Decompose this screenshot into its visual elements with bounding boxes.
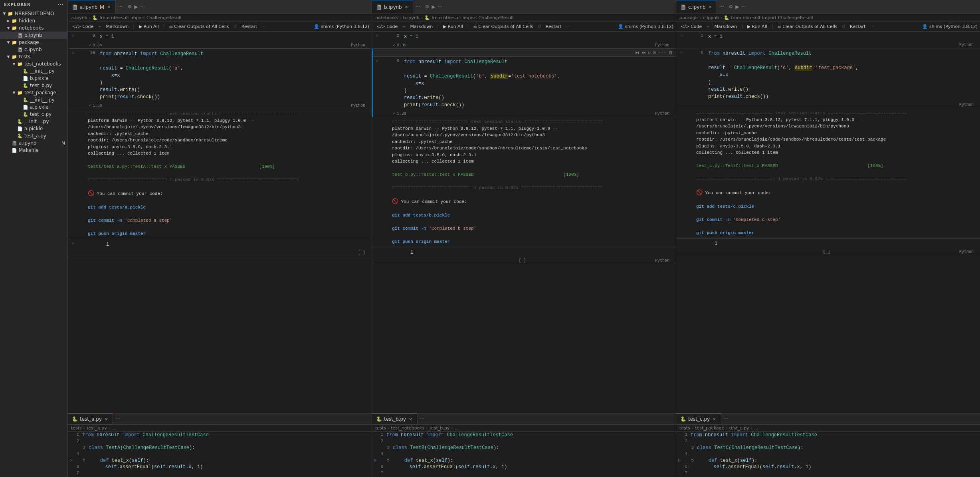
run-all-button[interactable]: ▶ Run All xyxy=(745,23,769,30)
sidebar-item-tests[interactable]: ▼ 📁 tests xyxy=(0,53,67,60)
sidebar-item-test-b-py[interactable]: 🐍 test_b.py xyxy=(0,82,67,89)
cell-toolbar-btn[interactable]: ▷ xyxy=(647,50,652,56)
code-button[interactable]: </> Code xyxy=(679,23,704,30)
settings-icon[interactable]: ⚙ xyxy=(729,4,733,10)
exec-indicator[interactable]: ▷ xyxy=(373,57,382,63)
cell-toolbar-btn[interactable]: ··· xyxy=(657,50,667,56)
settings-icon[interactable]: ⚙ xyxy=(127,4,132,10)
exec-indicator[interactable] xyxy=(373,247,382,249)
exec-indicator[interactable]: ▷ xyxy=(677,32,687,38)
tab-overflow-button[interactable]: ··· xyxy=(717,4,726,10)
cell-toolbar-btn[interactable]: ⏮ xyxy=(634,50,640,56)
code-line: 2 xyxy=(372,438,676,445)
tab-a-ipynb[interactable]: 📓 a.ipynb M ✕ xyxy=(68,0,116,14)
code-button[interactable]: </> Code xyxy=(374,23,400,30)
more-icon[interactable]: ··· xyxy=(58,2,63,7)
bottom-tab-test-b[interactable]: 🐍 test_b.py ✕ xyxy=(372,413,418,424)
exec-indicator[interactable] xyxy=(677,238,687,240)
sidebar-item-notebooks[interactable]: ▼ 📁 notebooks xyxy=(0,24,67,32)
run-cell-button[interactable]: ▷ xyxy=(681,50,683,55)
markdown-button[interactable]: Markdown xyxy=(408,23,435,30)
more-icon[interactable]: ··· xyxy=(140,4,145,10)
run-cell-button[interactable]: ▷ xyxy=(72,33,75,38)
bottom-tab-test-a[interactable]: 🐍 test_a.py ✕ xyxy=(68,413,113,424)
bottom-tab-test-c[interactable]: 🐍 test_c.py ✕ xyxy=(676,413,721,424)
restart-button[interactable]: Restart xyxy=(848,23,868,30)
tab-b-ipynb[interactable]: 📓 b.ipynb ✕ xyxy=(372,0,413,14)
run-cell-button[interactable]: ▷ xyxy=(72,50,75,55)
sidebar-item-init3[interactable]: 🐍 __init__.py xyxy=(0,118,67,125)
run-icon[interactable]: ▶ xyxy=(735,4,739,10)
tab-overflow-button[interactable]: ··· xyxy=(413,4,422,10)
cell-code[interactable]: x = 1 xyxy=(402,32,676,42)
cell-code[interactable]: 1 xyxy=(402,247,676,258)
cell-code[interactable]: x = 1 xyxy=(98,32,372,42)
clear-outputs-button[interactable]: ☰ Clear Outputs of All Cells xyxy=(471,23,535,30)
sidebar-item-init1[interactable]: 🐍 __init__.py xyxy=(0,68,67,75)
run-all-button[interactable]: ▶ Run All xyxy=(441,23,465,30)
markdown-button[interactable]: Markdown xyxy=(713,23,739,30)
exec-indicator[interactable]: ▷ xyxy=(373,32,382,38)
sidebar-item-test-notebooks[interactable]: ▼ 📁 test_notebooks xyxy=(0,60,67,68)
sidebar-item-hidden[interactable]: ▶ 📁 hidden xyxy=(0,17,67,24)
tab-c-ipynb[interactable]: 📓 c.ipynb ✕ xyxy=(676,0,717,14)
sidebar-item-a-pickle2[interactable]: 📄 a.pickle xyxy=(0,125,67,132)
run-icon[interactable]: ▶ xyxy=(432,4,435,10)
run-cell-button[interactable]: ▷ xyxy=(376,58,379,63)
exec-indicator[interactable]: ▷ xyxy=(677,48,687,55)
settings-icon[interactable]: ⚙ xyxy=(425,4,430,10)
sidebar-item-package[interactable]: ▼ 📁 package xyxy=(0,39,67,46)
more-icon[interactable]: ··· xyxy=(742,4,746,10)
cell-code[interactable]: from nbresult import ChallengeResult res… xyxy=(98,49,372,102)
tab-close-button[interactable]: ✕ xyxy=(712,417,717,422)
sidebar-item-test-package[interactable]: ▼ 📁 test_package xyxy=(0,89,67,96)
tab-overflow-button[interactable]: ··· xyxy=(721,416,731,422)
run-icon[interactable]: ▶ xyxy=(134,4,138,10)
markdown-button[interactable]: Markdown xyxy=(104,23,131,30)
tab-close-button[interactable]: ✕ xyxy=(708,4,713,10)
sidebar-item-a-pickle[interactable]: 📄 a.pickle xyxy=(0,103,67,111)
sidebar-item-test-a-py[interactable]: 🐍 test_a.py xyxy=(0,132,67,139)
cell-code[interactable]: 1 xyxy=(707,238,980,249)
cell-code[interactable]: x = 1 xyxy=(707,32,980,42)
settings-icons[interactable]: ⚙ ▶ ··· xyxy=(423,4,445,10)
cell-toolbar-btn[interactable]: ⊡ xyxy=(652,50,657,56)
restart-button[interactable]: Restart xyxy=(544,23,564,30)
cell-row: ▷ 2 x = 1 xyxy=(373,32,676,42)
run-cell-button[interactable]: ▷ xyxy=(376,33,379,38)
sidebar-item-a-ipynb[interactable]: 📓 a.ipynb M xyxy=(0,139,67,147)
clear-outputs-button[interactable]: ☰ Clear Outputs of All Cells xyxy=(775,23,839,30)
cell-toolbar-btn[interactable]: 🗑 xyxy=(667,50,674,56)
run-all-button[interactable]: ▶ Run All xyxy=(137,23,161,30)
sidebar-item-root[interactable]: ▼ 📁 NBRESULTDEMO xyxy=(0,10,67,17)
tab-overflow-button[interactable]: ··· xyxy=(418,416,427,422)
run-cell-button[interactable]: ▷ xyxy=(72,241,75,246)
tab-overflow-button[interactable]: ··· xyxy=(116,4,125,10)
exec-indicator[interactable]: ▷ xyxy=(69,32,78,38)
tab-overflow-button[interactable]: ··· xyxy=(113,416,122,422)
clear-outputs-button[interactable]: ☰ Clear Outputs of All Cells xyxy=(167,23,231,30)
exec-indicator[interactable]: ▷ xyxy=(69,239,78,246)
more-icon[interactable]: ··· xyxy=(438,4,442,10)
sidebar-item-b-ipynb[interactable]: 📓 b.ipynb xyxy=(0,32,67,39)
sidebar-item-b-pickle[interactable]: 📄 b.pickle xyxy=(0,75,67,82)
cell-code[interactable]: 1 xyxy=(98,239,372,250)
sidebar-item-init2[interactable]: 🐍 __init__.py xyxy=(0,96,67,103)
exec-indicator[interactable]: ▷ xyxy=(69,49,78,55)
sidebar-header-icons[interactable]: ··· xyxy=(58,2,63,7)
cell-code[interactable]: from nbresult import ChallengeResult res… xyxy=(402,57,676,110)
settings-icons[interactable]: ⚙ ▶ ··· xyxy=(125,4,147,10)
restart-button[interactable]: Restart xyxy=(240,23,259,30)
tab-close-button[interactable]: ✕ xyxy=(107,4,111,10)
code-button[interactable]: </> Code xyxy=(70,23,95,30)
tab-close-button[interactable]: ✕ xyxy=(408,417,413,422)
tab-close-button[interactable]: ✕ xyxy=(404,4,409,10)
sidebar-item-makefile[interactable]: 📄 Makefile xyxy=(0,147,67,154)
settings-icons[interactable]: ⚙ ▶ ··· xyxy=(727,4,748,10)
tab-close-button[interactable]: ✕ xyxy=(104,417,109,422)
sidebar-item-test-c-py[interactable]: 🐍 test_c.py xyxy=(0,111,67,118)
cell-code[interactable]: from nbresult import ChallengeResult res… xyxy=(707,48,980,102)
sidebar-item-c-ipynb[interactable]: 📓 c.ipynb xyxy=(0,46,67,53)
run-cell-button[interactable]: ▷ xyxy=(681,33,683,38)
cell-toolbar-btn[interactable]: ⏭ xyxy=(640,50,647,56)
